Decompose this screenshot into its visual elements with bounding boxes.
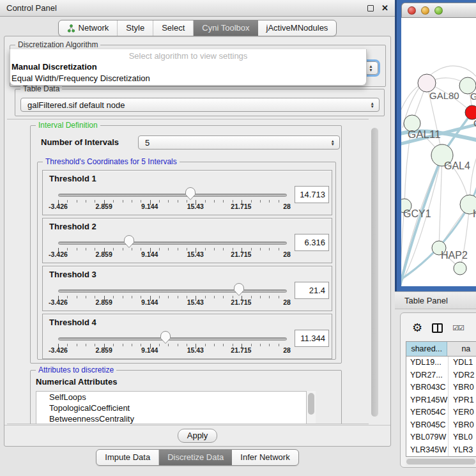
table-horizontal-scrollbar[interactable]	[406, 457, 476, 466]
control-panel-titlebar: Control Panel ✕	[0, 0, 395, 17]
threshold-4-value-field[interactable]: 11.344	[295, 330, 329, 347]
panel-title: Control Panel	[6, 3, 57, 13]
table-row[interactable]: YBR045CYBR0	[406, 419, 476, 432]
interval-definition-group: Interval Definition Number of Intervals …	[30, 125, 342, 364]
algorithm-hint: Select algorithm to view settings	[10, 49, 366, 61]
column-header-name[interactable]: na	[447, 342, 476, 356]
discretization-algorithm-title: Discretization Algorithm	[15, 40, 100, 49]
threshold-1-box: Threshold 1 -3.426 2.859 9.144	[42, 170, 332, 215]
split-pane-icon[interactable]	[432, 323, 443, 333]
threshold-1-slider-thumb[interactable]	[185, 187, 196, 201]
threshold-2-box: Threshold 2 -3.426 2.859 9.144	[42, 218, 332, 263]
threshold-2-slider-thumb[interactable]	[123, 235, 135, 249]
bottom-tabbar: Impute Data Discretize Data Infer Networ…	[0, 449, 395, 466]
threshold-3-scale: -3.426 2.859 9.144 15.43 21.715 28	[58, 298, 287, 307]
threshold-2-value-field[interactable]: 6.316	[295, 234, 329, 251]
threshold-4-scale: -3.426 2.859 9.144 21.715 15.43 28	[58, 346, 287, 355]
table-panel-header: Table Panel	[395, 291, 476, 309]
num-intervals-combobox[interactable]: 5 ▲▼	[138, 135, 340, 150]
node-label-g-partial: G	[470, 91, 476, 102]
node-label-gal11: GAL11	[408, 128, 441, 141]
network-window-titlebar[interactable]	[401, 3, 476, 18]
threshold-3-slider-thumb[interactable]	[233, 283, 245, 296]
node-label-gcy1: GCY1	[403, 208, 431, 219]
settings-scroll-viewport: Interval Definition Number of Intervals …	[7, 119, 369, 424]
table-data-title: Table Data	[20, 84, 62, 93]
zoom-traffic-light-icon[interactable]	[434, 6, 443, 15]
float-window-icon[interactable]	[367, 5, 374, 12]
node-attribute-table: shared... na YDL19...YDL1 YDR27...YDR2 Y…	[406, 341, 476, 457]
close-icon[interactable]: ✕	[381, 5, 388, 12]
table-row[interactable]: YLR345WYLR3	[406, 444, 476, 457]
gear-icon[interactable]: ⚙	[412, 322, 422, 334]
tab-cyni-toolbox[interactable]: Cyni Toolbox	[194, 20, 257, 36]
threshold-3-box: Threshold 3 -3.426 2.859 9.144	[42, 266, 332, 311]
network-graph: GAL80 G C GAL11 GAL4 GCY1 H HAP2	[401, 18, 476, 286]
network-canvas[interactable]: GAL80 G C GAL11 GAL4 GCY1 H HAP2	[401, 18, 476, 286]
algorithm-dropdown-popup: Select algorithm to view settings Manual…	[10, 49, 367, 86]
network-icon	[67, 24, 75, 33]
list-item[interactable]: BetweennessCentrality	[36, 413, 306, 424]
list-item[interactable]: SelfLoops	[36, 392, 306, 403]
threshold-1-value-field[interactable]: 14.713	[295, 186, 329, 203]
table-row[interactable]: YDR27...YDR2	[406, 369, 476, 382]
table-header-row: shared... na	[406, 342, 476, 357]
select-columns-icon[interactable]: ☑☑	[452, 324, 464, 332]
table-row[interactable]: YBL079WYBL0	[406, 431, 476, 444]
minimize-traffic-light-icon[interactable]	[421, 6, 429, 15]
apply-button[interactable]: Apply	[178, 429, 218, 443]
tab-select[interactable]: Select	[153, 20, 194, 36]
table-panel-title: Table Panel	[404, 296, 448, 305]
table-row[interactable]: YER054CYER0	[406, 406, 476, 419]
combo-stepper-icon: ▲▼	[326, 139, 339, 146]
threshold-1-slider[interactable]	[58, 194, 287, 197]
threshold-4-slider-thumb[interactable]	[160, 331, 171, 344]
threshold-3-slider[interactable]	[58, 289, 287, 293]
tab-style[interactable]: Style	[118, 20, 153, 36]
table-row[interactable]: YPR145WYPR1	[406, 394, 476, 407]
num-intervals-value: 5	[145, 138, 150, 148]
node-label-c-partial: C	[473, 118, 476, 128]
node-label-h-partial: H	[473, 208, 476, 219]
attributes-group: Attributes to discretize Numerical Attri…	[30, 370, 342, 424]
list-item[interactable]: TopologicalCoefficient	[36, 403, 306, 413]
algorithm-option-manual[interactable]: Manual Discretization	[10, 61, 366, 73]
threshold-2-scale: -3.426 2.859 9.144 15.43 21.715 28	[58, 250, 287, 259]
attributes-scrollbar[interactable]	[307, 391, 316, 424]
node-gal80	[418, 74, 436, 92]
tab-network[interactable]: Network	[59, 20, 118, 36]
tab-discretize-data[interactable]: Discretize Data	[159, 450, 232, 465]
numerical-attributes-list: SelfLoops TopologicalCoefficient Between…	[36, 391, 307, 424]
node-bottom	[454, 262, 466, 275]
tab-impute-data[interactable]: Impute Data	[96, 450, 159, 465]
num-intervals-label: Number of Intervals	[41, 137, 119, 147]
interval-definition-title: Interval Definition	[36, 121, 100, 130]
table-panel: ⚙ ☑☑ shared... na YDL19...YDL1 YDR27...Y…	[400, 312, 476, 468]
node-label-gal4: GAL4	[444, 160, 470, 171]
table-row[interactable]: YIL052CYIL0	[406, 456, 476, 457]
combo-stepper-icon: ▲▼	[366, 102, 379, 109]
table-row[interactable]: YDL19...YDL1	[406, 357, 476, 369]
threshold-4-slider[interactable]	[58, 337, 287, 341]
tab-network-label: Network	[79, 20, 109, 36]
threshold-2-slider[interactable]	[58, 242, 287, 245]
threshold-3-value-field[interactable]: 21.4	[295, 282, 329, 299]
top-tabbar: Network Style Select Cyni Toolbox jActiv…	[0, 20, 395, 36]
attributes-group-title: Attributes to discretize	[36, 365, 116, 374]
algorithm-option-equal-width[interactable]: Equal Width/Frequency Discretization	[10, 73, 366, 84]
tab-infer-network[interactable]: Infer Network	[232, 450, 298, 465]
network-view-window: GAL80 G C GAL11 GAL4 GCY1 H HAP2	[395, 0, 476, 291]
threshold-coordinates-group: Threshold's Coordinates for 5 Intervals …	[37, 162, 336, 360]
table-data-group: Table Data galFiltered.sif default node …	[15, 89, 385, 116]
close-traffic-light-icon[interactable]	[408, 6, 416, 15]
table-row[interactable]: YBR043CYBR0	[406, 381, 476, 394]
column-header-shared-name[interactable]: shared...	[406, 342, 447, 356]
node-label-hap2: HAP2	[441, 250, 468, 261]
table-panel-toolbar: ⚙ ☑☑	[401, 318, 476, 337]
table-data-combobox[interactable]: galFiltered.sif default node ▲▼	[20, 98, 380, 112]
numerical-attributes-label: Numerical Attributes	[36, 377, 117, 387]
settings-scrollbar[interactable]	[370, 119, 380, 424]
control-panel: Control Panel ✕ Network Style Select	[0, 0, 395, 476]
threshold-coordinates-title: Threshold's Coordinates for 5 Intervals	[43, 157, 180, 166]
tab-jactivemnodules[interactable]: jActiveMNodules	[258, 20, 337, 36]
